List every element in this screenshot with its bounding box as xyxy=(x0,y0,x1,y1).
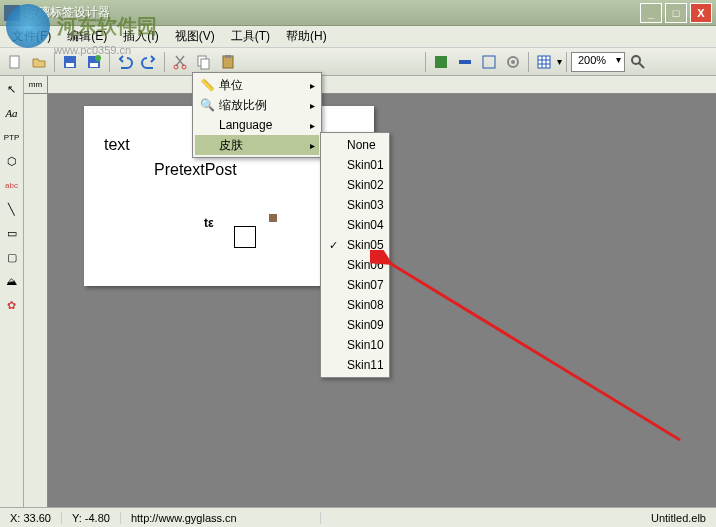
skin-option-skin02[interactable]: Skin02 xyxy=(323,175,387,195)
menu-file[interactable]: 文件(F) xyxy=(4,26,59,47)
tool-c-button[interactable] xyxy=(478,51,500,73)
skin-option-skin10[interactable]: Skin10 xyxy=(323,335,387,355)
new-button[interactable] xyxy=(4,51,26,73)
svg-point-18 xyxy=(632,56,640,64)
skin-option-skin07[interactable]: Skin07 xyxy=(323,275,387,295)
menu-unit[interactable]: 📏 单位▸ xyxy=(195,75,319,95)
line-tool[interactable]: ╲ xyxy=(3,200,21,218)
rect2-tool[interactable]: ▢ xyxy=(3,248,21,266)
skin-option-skin03[interactable]: Skin03 xyxy=(323,195,387,215)
skin-option-skin09[interactable]: Skin09 xyxy=(323,315,387,335)
menu-edit[interactable]: 编辑(E) xyxy=(59,26,115,47)
skin-option-skin08[interactable]: Skin08 xyxy=(323,295,387,315)
skin-option-skin01[interactable]: Skin01 xyxy=(323,155,387,175)
menu-skin[interactable]: 皮肤▸ xyxy=(195,135,319,155)
image-tool[interactable]: ⛰ xyxy=(3,272,21,290)
status-x: X: 33.60 xyxy=(0,512,62,524)
ruler-icon: 📏 xyxy=(199,77,215,93)
view-submenu: 📏 单位▸ 🔍 缩放比例▸ Language▸ 皮肤▸ xyxy=(192,72,322,158)
svg-rect-13 xyxy=(459,60,471,64)
ruler-vertical xyxy=(24,94,48,507)
window-title: 玻璃标签设计器 xyxy=(26,4,640,21)
cut-button[interactable] xyxy=(169,51,191,73)
canvas-text-1[interactable]: text xyxy=(104,136,130,154)
menubar: 文件(F) 编辑(E) 插入(I) 视图(V) 工具(T) 帮助(H) xyxy=(0,26,716,48)
svg-rect-4 xyxy=(90,63,98,67)
statusbar: X: 33.60 Y: -4.80 http://www.gyglass.cn … xyxy=(0,507,716,527)
undo-button[interactable] xyxy=(114,51,136,73)
svg-rect-11 xyxy=(225,55,231,58)
paste-button[interactable] xyxy=(217,51,239,73)
svg-rect-0 xyxy=(10,56,19,68)
tool-b-button[interactable] xyxy=(454,51,476,73)
settings-button[interactable] xyxy=(502,51,524,73)
rect-tool[interactable]: ▭ xyxy=(3,224,21,242)
canvas-rect[interactable] xyxy=(234,226,256,248)
menu-view[interactable]: 视图(V) xyxy=(167,26,223,47)
ptp-tool[interactable]: PTP xyxy=(3,128,21,146)
pointer-tool[interactable]: ↖ xyxy=(3,80,21,98)
skin-option-none[interactable]: None xyxy=(323,135,387,155)
menu-insert[interactable]: 插入(I) xyxy=(115,26,166,47)
svg-rect-14 xyxy=(483,56,495,68)
zoom-button[interactable] xyxy=(627,51,649,73)
shape-tool[interactable]: ⬡ xyxy=(3,152,21,170)
svg-rect-9 xyxy=(201,59,209,69)
status-url: http://www.gyglass.cn xyxy=(121,512,321,524)
status-filename: Untitled.elb xyxy=(641,512,716,524)
svg-point-5 xyxy=(95,55,101,61)
tool-a-button[interactable] xyxy=(430,51,452,73)
canvas-text-2[interactable]: PretextPost xyxy=(154,161,237,179)
status-y: Y: -4.80 xyxy=(62,512,121,524)
app-icon xyxy=(4,5,20,21)
toolbar: ▾ 200% xyxy=(0,48,716,76)
svg-rect-2 xyxy=(66,63,74,67)
copy-button[interactable] xyxy=(193,51,215,73)
skin-option-skin11[interactable]: Skin11 xyxy=(323,355,387,375)
minimize-button[interactable]: _ xyxy=(640,3,662,23)
skin-submenu: NoneSkin01Skin02Skin03Skin04✓Skin05Skin0… xyxy=(320,132,390,378)
ruler-corner: mm xyxy=(24,76,48,94)
grid-button[interactable] xyxy=(533,51,555,73)
stamp-tool[interactable]: ✿ xyxy=(3,296,21,314)
svg-rect-12 xyxy=(435,56,447,68)
text-tool[interactable]: Aa xyxy=(3,104,21,122)
abc-tool[interactable]: abc xyxy=(3,176,21,194)
save-button[interactable] xyxy=(59,51,81,73)
zoom-combo[interactable]: 200% xyxy=(571,52,625,72)
skin-option-skin06[interactable]: Skin06 xyxy=(323,255,387,275)
ruler-horizontal xyxy=(48,76,716,94)
canvas-square[interactable] xyxy=(269,214,277,222)
saveas-button[interactable] xyxy=(83,51,105,73)
skin-option-skin05[interactable]: ✓Skin05 xyxy=(323,235,387,255)
svg-point-16 xyxy=(511,60,515,64)
close-button[interactable]: X xyxy=(690,3,712,23)
menu-help[interactable]: 帮助(H) xyxy=(278,26,335,47)
canvas-text-3[interactable]: tε xyxy=(204,216,214,230)
menu-scale[interactable]: 🔍 缩放比例▸ xyxy=(195,95,319,115)
open-button[interactable] xyxy=(28,51,50,73)
redo-button[interactable] xyxy=(138,51,160,73)
zoom-icon: 🔍 xyxy=(199,97,215,113)
svg-rect-17 xyxy=(538,56,550,68)
skin-option-skin04[interactable]: Skin04 xyxy=(323,215,387,235)
menu-language[interactable]: Language▸ xyxy=(195,115,319,135)
menu-tools[interactable]: 工具(T) xyxy=(223,26,278,47)
maximize-button[interactable]: □ xyxy=(665,3,687,23)
toolbox: ↖ Aa PTP ⬡ abc ╲ ▭ ▢ ⛰ ✿ xyxy=(0,76,24,507)
